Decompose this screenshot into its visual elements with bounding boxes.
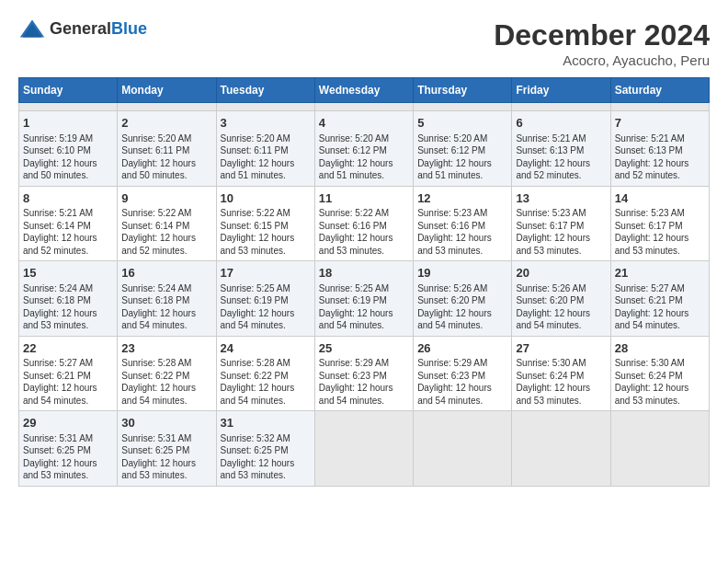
day-info: Sunset: 6:15 PM [221, 220, 311, 233]
day-info: Sunrise: 5:23 AM [615, 207, 705, 220]
day-info: Sunrise: 5:29 AM [319, 357, 409, 370]
day-info: Sunrise: 5:28 AM [221, 357, 311, 370]
day-info: Daylight: 12 hours [23, 457, 113, 470]
page-header: GeneralBlue December 2024 Acocro, Ayacuc… [18, 18, 710, 68]
day-cell: 1Sunrise: 5:19 AMSunset: 6:10 PMDaylight… [19, 111, 118, 187]
day-info: Sunset: 6:20 PM [516, 294, 606, 307]
day-info: and 53 minutes. [221, 245, 311, 258]
day-info: Daylight: 12 hours [221, 382, 311, 395]
day-number: 30 [121, 415, 211, 431]
day-number: 26 [417, 340, 507, 357]
day-info: and 54 minutes. [121, 395, 211, 408]
day-info: and 54 minutes. [516, 319, 606, 332]
day-info: Sunrise: 5:22 AM [221, 207, 311, 220]
day-info: and 51 minutes. [221, 169, 311, 182]
day-info: Sunrise: 5:21 AM [516, 132, 606, 145]
day-info: Sunrise: 5:26 AM [417, 282, 507, 295]
day-cell [610, 103, 709, 111]
day-info: and 54 minutes. [417, 395, 507, 408]
header-row: SundayMondayTuesdayWednesdayThursdayFrid… [19, 78, 710, 103]
week-row-2: 8Sunrise: 5:21 AMSunset: 6:14 PMDaylight… [19, 186, 710, 261]
day-info: and 53 minutes. [615, 245, 705, 258]
logo-general: General [50, 19, 111, 38]
day-info: Sunset: 6:23 PM [417, 370, 507, 383]
day-cell: 3Sunrise: 5:20 AMSunset: 6:11 PMDaylight… [216, 111, 314, 187]
day-info: and 51 minutes. [319, 169, 409, 182]
day-number: 22 [23, 340, 113, 357]
day-info: Daylight: 12 hours [615, 157, 705, 170]
day-info: Daylight: 12 hours [23, 157, 113, 170]
day-info: Daylight: 12 hours [516, 307, 606, 320]
day-info: Daylight: 12 hours [221, 307, 311, 320]
day-info: Daylight: 12 hours [319, 307, 409, 320]
day-info: Sunset: 6:11 PM [221, 144, 311, 157]
week-row-0 [19, 103, 710, 111]
day-info: Sunrise: 5:32 AM [221, 432, 311, 445]
day-number: 10 [221, 190, 311, 207]
calendar-body: 1Sunrise: 5:19 AMSunset: 6:10 PMDaylight… [19, 103, 710, 487]
week-row-1: 1Sunrise: 5:19 AMSunset: 6:10 PMDaylight… [19, 111, 710, 187]
col-header-monday: Monday [118, 78, 216, 103]
day-info: Sunset: 6:13 PM [615, 144, 705, 157]
day-number: 13 [516, 190, 606, 207]
day-cell: 23Sunrise: 5:28 AMSunset: 6:22 PMDayligh… [118, 336, 216, 411]
day-info: Daylight: 12 hours [615, 232, 705, 245]
day-info: Daylight: 12 hours [417, 232, 507, 245]
day-cell: 29Sunrise: 5:31 AMSunset: 6:25 PMDayligh… [19, 411, 118, 487]
day-info: Sunset: 6:18 PM [23, 294, 113, 307]
day-info: Daylight: 12 hours [23, 382, 113, 395]
day-info: Sunrise: 5:20 AM [417, 132, 507, 145]
day-number: 6 [516, 115, 606, 132]
day-cell [512, 411, 610, 487]
day-number: 31 [221, 415, 311, 431]
logo-text: GeneralBlue [50, 19, 147, 39]
day-cell [19, 103, 118, 111]
day-info: Sunset: 6:25 PM [23, 444, 113, 457]
day-cell [314, 411, 413, 487]
day-cell: 10Sunrise: 5:22 AMSunset: 6:15 PMDayligh… [216, 186, 314, 261]
day-info: Sunrise: 5:26 AM [516, 282, 606, 295]
day-cell: 11Sunrise: 5:22 AMSunset: 6:16 PMDayligh… [314, 186, 413, 261]
col-header-friday: Friday [512, 78, 610, 103]
col-header-saturday: Saturday [610, 78, 709, 103]
day-cell: 20Sunrise: 5:26 AMSunset: 6:20 PMDayligh… [512, 261, 610, 337]
day-info: Sunset: 6:23 PM [319, 370, 409, 383]
day-info: Sunset: 6:12 PM [417, 144, 507, 157]
day-cell: 17Sunrise: 5:25 AMSunset: 6:19 PMDayligh… [216, 261, 314, 337]
day-info: and 54 minutes. [121, 319, 211, 332]
day-cell: 26Sunrise: 5:29 AMSunset: 6:23 PMDayligh… [414, 336, 512, 411]
day-number: 19 [417, 265, 507, 282]
day-info: Sunset: 6:12 PM [319, 144, 409, 157]
day-info: Daylight: 12 hours [417, 382, 507, 395]
day-info: and 54 minutes. [221, 319, 311, 332]
day-info: and 51 minutes. [417, 169, 507, 182]
day-cell: 5Sunrise: 5:20 AMSunset: 6:12 PMDaylight… [414, 111, 512, 187]
day-number: 16 [121, 265, 211, 282]
day-cell: 24Sunrise: 5:28 AMSunset: 6:22 PMDayligh… [216, 336, 314, 411]
day-info: Daylight: 12 hours [615, 307, 705, 320]
day-cell: 8Sunrise: 5:21 AMSunset: 6:14 PMDaylight… [19, 186, 118, 261]
day-cell: 30Sunrise: 5:31 AMSunset: 6:25 PMDayligh… [118, 411, 216, 487]
day-info: and 53 minutes. [319, 245, 409, 258]
day-info: and 53 minutes. [23, 319, 113, 332]
day-info: Sunset: 6:14 PM [121, 220, 211, 233]
day-info: Sunset: 6:21 PM [615, 294, 705, 307]
day-cell: 21Sunrise: 5:27 AMSunset: 6:21 PMDayligh… [610, 261, 709, 337]
day-info: Sunrise: 5:25 AM [319, 282, 409, 295]
day-info: Daylight: 12 hours [319, 382, 409, 395]
week-row-4: 22Sunrise: 5:27 AMSunset: 6:21 PMDayligh… [19, 336, 710, 411]
day-info: and 52 minutes. [516, 169, 606, 182]
day-cell [414, 411, 512, 487]
day-cell [610, 411, 709, 487]
day-cell [512, 103, 610, 111]
day-info: Sunset: 6:11 PM [121, 144, 211, 157]
day-cell [314, 103, 413, 111]
day-info: and 54 minutes. [23, 395, 113, 408]
day-info: Sunset: 6:14 PM [23, 220, 113, 233]
day-info: and 53 minutes. [516, 245, 606, 258]
col-header-sunday: Sunday [19, 78, 118, 103]
col-header-tuesday: Tuesday [216, 78, 314, 103]
day-info: Sunrise: 5:22 AM [121, 207, 211, 220]
day-info: Daylight: 12 hours [319, 157, 409, 170]
day-info: Sunrise: 5:31 AM [121, 432, 211, 445]
